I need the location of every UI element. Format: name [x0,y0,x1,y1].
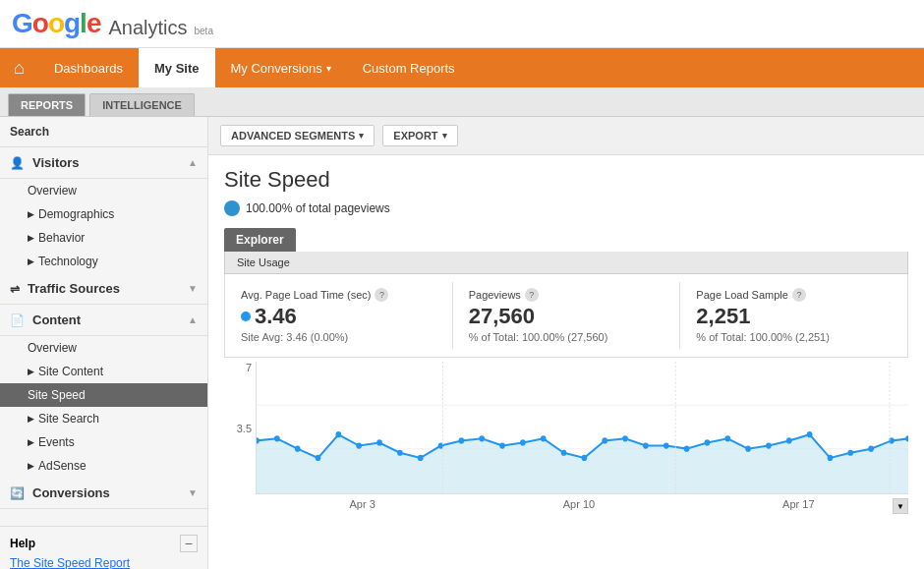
tab-intelligence[interactable]: INTELLIGENCE [89,93,195,116]
sidebar-item-demographics[interactable]: ▶ Demographics [0,202,207,226]
stat-pageviews-label: Pageviews ? [469,288,664,302]
svg-point-25 [705,439,711,445]
chart-scrollbar[interactable]: ▼ [893,498,908,514]
sidebar-traffic-header[interactable]: ⇌ Traffic Sources ▼ [0,273,207,305]
sidebar-item-events[interactable]: ▶ Events [0,430,207,454]
sidebar-item-technology[interactable]: ▶ Technology [0,250,207,273]
technology-arrow: ▶ [28,256,34,266]
sidebar-section-visitors: 👤 Visitors ▲ Overview ▶ Demographics ▶ B… [0,147,207,273]
nav-dashboards[interactable]: Dashboards [38,48,139,87]
svg-point-21 [622,435,628,441]
y-label-top: 7 [246,362,252,373]
stat-page-load-sample-sub: % of Total: 100.00% (2,251) [696,331,892,343]
svg-point-20 [602,437,607,443]
tab-reports[interactable]: REPORTS [8,93,86,116]
advanced-segments-button[interactable]: ADVANCED SEGMENTS ▾ [220,125,375,146]
svg-point-7 [336,431,342,437]
page-load-sample-help[interactable]: ? [792,288,806,302]
stat-dot-load [241,312,251,321]
stat-pageviews-value-row: 27,560 [469,304,664,329]
site-speed-label: Site Speed [28,388,86,402]
nav-my-conversions[interactable]: My Conversions ▾ [215,48,347,87]
pageviews-label-text: Pageviews [469,289,521,301]
nav-my-site-label: My Site [154,61,200,76]
sidebar-item-overview-visitors[interactable]: Overview [0,179,207,202]
pageviews-help[interactable]: ? [525,288,539,302]
sidebar-item-overview-content[interactable]: Overview [0,336,207,360]
export-arrow: ▾ [442,131,447,141]
conversions-arrow: ▼ [188,487,198,498]
nav-my-conversions-label: My Conversions [231,61,322,76]
svg-point-28 [766,442,772,448]
nav-my-site[interactable]: My Site [139,48,215,87]
stat-pageviews-sub: % of Total: 100.00% (27,560) [469,331,664,343]
site-usage-subtab-bar: Site Usage [224,252,908,274]
svg-point-17 [541,435,547,441]
svg-point-24 [684,446,690,452]
sidebar-item-behavior[interactable]: ▶ Behavior [0,226,207,250]
stat-page-load-sample-value-row: 2,251 [696,304,892,329]
adsense-label: AdSense [38,459,87,473]
content-area: ADVANCED SEGMENTS ▾ EXPORT ▾ Site Speed … [208,117,924,569]
nav-home-button[interactable]: ⌂ [0,48,38,87]
demographics-arrow: ▶ [28,209,34,219]
svg-point-9 [376,439,382,445]
visitors-icon: 👤 [10,156,25,170]
content-label: Content [32,313,81,327]
stat-page-load-sample-label: Page Load Sample ? [696,288,892,302]
help-title-row: Help − [10,535,198,552]
svg-point-23 [664,442,669,448]
conversions-label: Conversions [32,485,110,500]
chart-svg-area [256,362,908,494]
content-icon: 📄 [10,313,25,327]
nav-custom-reports[interactable]: Custom Reports [347,48,471,87]
subtitle-text: 100.00% of total pageviews [246,201,390,215]
adsense-arrow: ▶ [28,461,34,471]
help-link[interactable]: The Site Speed Report [10,556,130,569]
stat-avg-load-time: Avg. Page Load Time (sec) ? 3.46 Site Av… [225,282,453,349]
sidebar-item-adsense[interactable]: ▶ AdSense [0,454,207,478]
sidebar-section-conversions: 🔄 Conversions ▼ [0,478,207,509]
site-search-label: Site Search [38,412,99,426]
report-title: Site Speed [224,167,908,193]
report-content: Site Speed 100.00% of total pageviews Ex… [208,155,924,569]
stat-avg-load-value: 3.46 [255,304,297,329]
svg-point-6 [316,455,321,461]
site-usage-tab[interactable]: Site Usage [225,252,302,273]
chart-container: 7 3.5 0 [224,362,908,514]
sidebar-conversions-header[interactable]: 🔄 Conversions ▼ [0,478,207,509]
sidebar-visitors-items: Overview ▶ Demographics ▶ Behavior ▶ Tec… [0,179,207,273]
demographics-label: Demographics [38,207,114,221]
sidebar-item-site-speed[interactable]: Site Speed [0,383,207,407]
export-button[interactable]: EXPORT ▾ [382,125,457,146]
chart-y-labels: 7 3.5 0 [224,362,256,494]
svg-point-29 [786,437,792,443]
advanced-segments-arrow: ▾ [359,131,364,141]
sidebar-search-label: Search [0,117,207,147]
nav-my-conversions-arrow: ▾ [326,63,331,74]
report-subtitle: 100.00% of total pageviews [224,200,908,216]
sidebar-section-content: 📄 Content ▲ Overview ▶ Site Content Site… [0,305,207,478]
advanced-segments-label: ADVANCED SEGMENTS [231,130,355,142]
x-label-apr17: Apr 17 [782,498,814,510]
sidebar-item-site-content[interactable]: ▶ Site Content [0,360,207,383]
avg-load-help[interactable]: ? [375,288,388,302]
svg-point-8 [356,442,362,448]
main-layout: Search 👤 Visitors ▲ Overview ▶ Demograph… [0,117,924,569]
sidebar-content-items: Overview ▶ Site Content Site Speed ▶ Sit… [0,336,207,478]
traffic-icon: ⇌ [10,282,20,296]
svg-point-30 [807,431,813,437]
stat-avg-load-label: Avg. Page Load Time (sec) ? [241,288,436,302]
sidebar-content-header[interactable]: 📄 Content ▲ [0,305,207,336]
tabbar: REPORTS INTELLIGENCE [0,87,924,117]
explorer-tab[interactable]: Explorer [224,228,296,252]
sidebar-visitors-header[interactable]: 👤 Visitors ▲ [0,147,207,179]
svg-point-33 [868,446,874,452]
analytics-logo-text: Analytics [108,17,187,39]
svg-point-11 [418,455,424,461]
svg-point-15 [499,442,505,448]
sidebar-item-site-search[interactable]: ▶ Site Search [0,407,207,430]
page-load-sample-label-text: Page Load Sample [696,289,788,301]
help-collapse-icon[interactable]: − [180,535,198,552]
events-arrow: ▶ [28,437,34,447]
